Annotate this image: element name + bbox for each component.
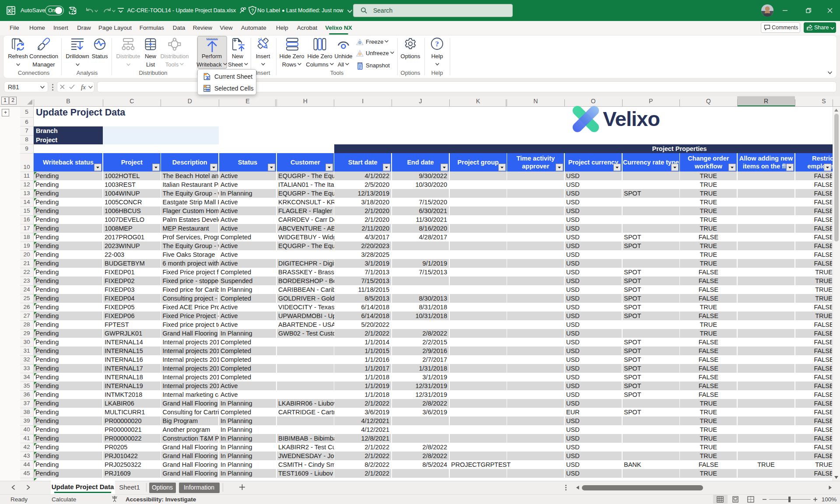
svg-text:?: ? [251, 8, 254, 13]
svg-text:?: ? [435, 40, 439, 48]
svg-text:X: X [8, 8, 11, 14]
